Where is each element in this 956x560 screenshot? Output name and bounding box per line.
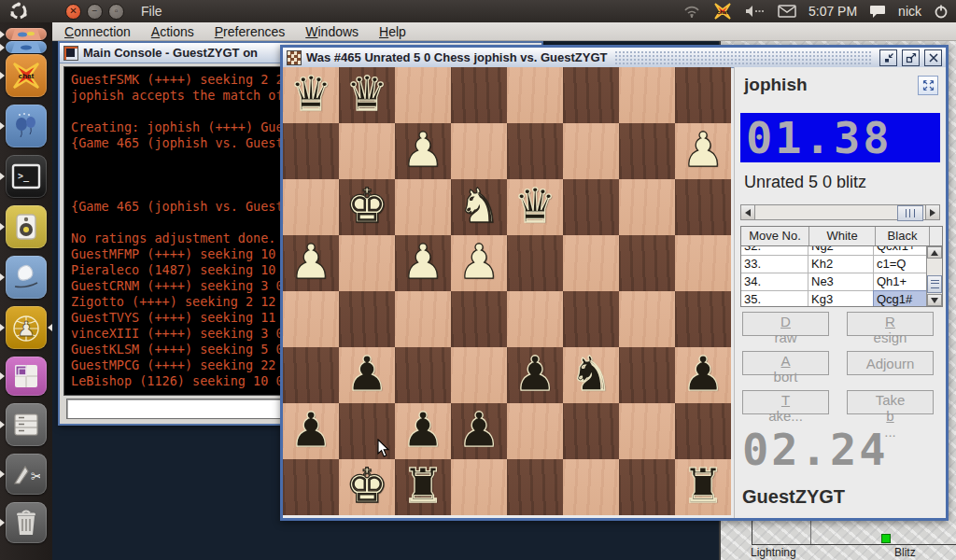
mail-icon[interactable] — [778, 5, 796, 18]
square-c8[interactable] — [395, 67, 451, 123]
takeb-button[interactable]: Takeb... — [847, 390, 934, 414]
square-f3[interactable] — [563, 347, 619, 403]
square-a1[interactable] — [283, 459, 339, 515]
menu-preferences[interactable]: Preferences — [206, 24, 294, 39]
square-f6[interactable] — [563, 179, 619, 235]
square-d1[interactable] — [451, 459, 507, 515]
square-a2[interactable] — [283, 403, 339, 459]
square-d7[interactable] — [451, 123, 507, 179]
chess-titlebar[interactable]: Was #465 Unrated 5 0 Chess jophish vs. G… — [283, 48, 946, 68]
square-h3[interactable] — [675, 347, 731, 403]
scroll-left-button[interactable] — [740, 204, 755, 220]
dock-trash-icon[interactable] — [6, 502, 47, 543]
move-cell[interactable]: 33. — [741, 256, 808, 273]
move-list-hscrollbar[interactable] — [740, 204, 940, 220]
resign-button[interactable]: Resign — [847, 312, 934, 336]
scroll-right-button[interactable] — [925, 204, 940, 220]
close-window-button[interactable] — [924, 49, 942, 66]
power-icon[interactable] — [934, 4, 949, 19]
square-h6[interactable] — [675, 179, 731, 235]
user-menu[interactable]: nick — [898, 4, 921, 19]
square-e5[interactable] — [507, 235, 563, 291]
square-g8[interactable] — [619, 67, 675, 123]
move-cell[interactable]: Kh2 — [808, 256, 874, 273]
square-c5[interactable] — [395, 235, 451, 291]
menu-windows[interactable]: Windows — [297, 24, 367, 39]
square-h7[interactable] — [675, 123, 731, 179]
square-d3[interactable] — [451, 347, 507, 403]
menu-help[interactable]: Help — [371, 24, 415, 39]
draw-button[interactable]: Draw — [742, 312, 829, 336]
square-b8[interactable] — [339, 67, 395, 123]
take-button[interactable]: Take... — [742, 390, 829, 414]
square-c1[interactable] — [395, 459, 451, 515]
square-a6[interactable] — [283, 179, 339, 235]
menu-actions[interactable]: Actions — [143, 24, 203, 39]
move-cell[interactable]: 32. — [741, 246, 808, 255]
hscroll-thumb[interactable] — [897, 205, 923, 221]
square-h1[interactable] — [675, 459, 731, 515]
square-b7[interactable] — [339, 123, 395, 179]
dock-balloons-icon[interactable] — [6, 105, 47, 147]
square-g6[interactable] — [619, 179, 675, 235]
wifi-icon[interactable] — [683, 5, 700, 18]
square-f1[interactable] — [563, 459, 619, 515]
move-row-35[interactable]: 35.Kg3Qcg1# — [741, 291, 927, 306]
volume-icon[interactable] — [745, 5, 766, 18]
square-e2[interactable] — [507, 403, 563, 459]
square-g2[interactable] — [619, 403, 675, 459]
move-list-vscrollbar[interactable] — [926, 246, 942, 306]
close-button[interactable]: ✕ — [65, 4, 81, 20]
square-c2[interactable] — [395, 403, 451, 459]
chess-board[interactable]: ♛♛♟♟♚♞♛♟♟♟♟♟♞♟♟♟♟♚♜♜ — [283, 67, 731, 515]
restore-button[interactable]: ▫ — [108, 4, 124, 20]
move-cell[interactable]: 35. — [741, 291, 808, 306]
dock-tools-icon[interactable]: ✂ — [6, 454, 47, 495]
clock-indicator[interactable]: 5:07 PM — [808, 4, 857, 19]
square-a7[interactable] — [283, 123, 339, 179]
square-b5[interactable] — [339, 235, 395, 291]
shade-button[interactable] — [879, 49, 897, 66]
square-f4[interactable] — [563, 291, 619, 347]
dock-stack-salmon-icon[interactable] — [6, 28, 47, 40]
square-b4[interactable] — [339, 291, 395, 347]
dock-eboard-icon[interactable]: ♟ — [6, 306, 47, 349]
dock-terminal-icon[interactable]: >_ — [6, 155, 47, 198]
square-b2[interactable] — [339, 403, 395, 459]
move-cell[interactable]: Ne3 — [808, 273, 874, 290]
square-c6[interactable] — [395, 179, 451, 235]
square-g7[interactable] — [619, 123, 675, 179]
move-row-33[interactable]: 33.Kh2c1=Q — [741, 256, 927, 273]
menu-connection[interactable]: Connection — [56, 24, 139, 39]
xchat-tray-icon[interactable]: chat — [712, 2, 733, 21]
move-cell[interactable]: Qh1+ — [874, 273, 927, 290]
dock-paint-icon[interactable] — [6, 256, 47, 299]
scroll-up-button[interactable] — [927, 246, 942, 259]
square-g3[interactable] — [619, 347, 675, 403]
square-g1[interactable] — [619, 459, 675, 515]
square-e8[interactable] — [507, 67, 563, 123]
square-h8[interactable] — [675, 67, 731, 123]
move-cell[interactable]: Qcxf1+ — [874, 246, 927, 255]
adjourn-button[interactable]: Adjourn — [847, 351, 934, 375]
square-b1[interactable] — [339, 459, 395, 515]
dock-files-icon[interactable] — [6, 403, 47, 446]
square-d8[interactable] — [451, 67, 507, 123]
vscroll-thumb[interactable] — [927, 275, 942, 293]
abort-button[interactable]: Abort — [742, 351, 829, 375]
square-c7[interactable] — [395, 123, 451, 179]
square-f8[interactable] — [563, 67, 619, 123]
move-cell[interactable]: c1=Q — [874, 256, 927, 273]
maximize-button[interactable] — [902, 49, 920, 66]
minimize-button[interactable]: − — [87, 4, 103, 20]
square-f7[interactable] — [563, 123, 619, 179]
dock-stack-blue-icon[interactable] — [6, 41, 47, 53]
dock-xchat-icon[interactable]: chat — [6, 54, 47, 97]
square-f2[interactable] — [563, 403, 619, 459]
square-g4[interactable] — [619, 291, 675, 347]
move-cell[interactable]: Qcg1# — [874, 291, 927, 306]
move-cell[interactable]: 34. — [741, 273, 808, 290]
square-a8[interactable] — [283, 67, 339, 123]
move-list-table[interactable]: Move No.WhiteBlack 32.Ng2Qcxf1+33.Kh2c1=… — [740, 226, 943, 307]
square-b3[interactable] — [339, 347, 395, 403]
